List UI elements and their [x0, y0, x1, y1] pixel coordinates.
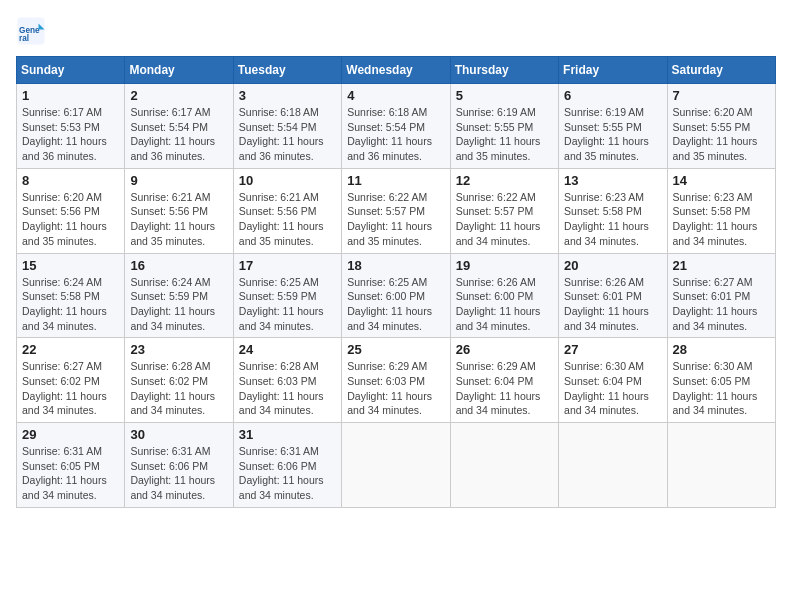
day-info: Sunrise: 6:30 AM Sunset: 6:05 PM Dayligh… [673, 359, 770, 418]
day-number: 21 [673, 258, 770, 273]
day-number: 3 [239, 88, 336, 103]
calendar-week-row: 29 Sunrise: 6:31 AM Sunset: 6:05 PM Dayl… [17, 423, 776, 508]
weekday-header-monday: Monday [125, 57, 233, 84]
svg-text:ral: ral [19, 34, 29, 43]
calendar-day-cell: 21 Sunrise: 6:27 AM Sunset: 6:01 PM Dayl… [667, 253, 775, 338]
day-info: Sunrise: 6:20 AM Sunset: 5:55 PM Dayligh… [673, 105, 770, 164]
calendar-day-cell: 17 Sunrise: 6:25 AM Sunset: 5:59 PM Dayl… [233, 253, 341, 338]
calendar-day-cell: 22 Sunrise: 6:27 AM Sunset: 6:02 PM Dayl… [17, 338, 125, 423]
weekday-header-wednesday: Wednesday [342, 57, 450, 84]
calendar-table: SundayMondayTuesdayWednesdayThursdayFrid… [16, 56, 776, 508]
day-info: Sunrise: 6:26 AM Sunset: 6:00 PM Dayligh… [456, 275, 553, 334]
calendar-day-cell: 5 Sunrise: 6:19 AM Sunset: 5:55 PM Dayli… [450, 84, 558, 169]
day-info: Sunrise: 6:18 AM Sunset: 5:54 PM Dayligh… [239, 105, 336, 164]
day-info: Sunrise: 6:20 AM Sunset: 5:56 PM Dayligh… [22, 190, 119, 249]
day-info: Sunrise: 6:18 AM Sunset: 5:54 PM Dayligh… [347, 105, 444, 164]
day-number: 15 [22, 258, 119, 273]
day-number: 25 [347, 342, 444, 357]
logo: Gene ral [16, 16, 48, 46]
day-info: Sunrise: 6:23 AM Sunset: 5:58 PM Dayligh… [673, 190, 770, 249]
calendar-day-cell: 14 Sunrise: 6:23 AM Sunset: 5:58 PM Dayl… [667, 168, 775, 253]
calendar-day-cell: 4 Sunrise: 6:18 AM Sunset: 5:54 PM Dayli… [342, 84, 450, 169]
calendar-day-cell [342, 423, 450, 508]
calendar-day-cell: 19 Sunrise: 6:26 AM Sunset: 6:00 PM Dayl… [450, 253, 558, 338]
day-number: 17 [239, 258, 336, 273]
day-number: 12 [456, 173, 553, 188]
weekday-header-tuesday: Tuesday [233, 57, 341, 84]
day-info: Sunrise: 6:31 AM Sunset: 6:05 PM Dayligh… [22, 444, 119, 503]
calendar-day-cell: 16 Sunrise: 6:24 AM Sunset: 5:59 PM Dayl… [125, 253, 233, 338]
page-header: Gene ral [16, 16, 776, 46]
day-info: Sunrise: 6:30 AM Sunset: 6:04 PM Dayligh… [564, 359, 661, 418]
day-info: Sunrise: 6:17 AM Sunset: 5:53 PM Dayligh… [22, 105, 119, 164]
calendar-day-cell: 7 Sunrise: 6:20 AM Sunset: 5:55 PM Dayli… [667, 84, 775, 169]
day-number: 26 [456, 342, 553, 357]
day-number: 29 [22, 427, 119, 442]
day-number: 7 [673, 88, 770, 103]
day-number: 27 [564, 342, 661, 357]
day-number: 23 [130, 342, 227, 357]
weekday-header-friday: Friday [559, 57, 667, 84]
calendar-day-cell: 15 Sunrise: 6:24 AM Sunset: 5:58 PM Dayl… [17, 253, 125, 338]
day-info: Sunrise: 6:29 AM Sunset: 6:03 PM Dayligh… [347, 359, 444, 418]
calendar-day-cell: 23 Sunrise: 6:28 AM Sunset: 6:02 PM Dayl… [125, 338, 233, 423]
day-info: Sunrise: 6:31 AM Sunset: 6:06 PM Dayligh… [239, 444, 336, 503]
day-info: Sunrise: 6:28 AM Sunset: 6:03 PM Dayligh… [239, 359, 336, 418]
calendar-day-cell: 27 Sunrise: 6:30 AM Sunset: 6:04 PM Dayl… [559, 338, 667, 423]
day-number: 18 [347, 258, 444, 273]
calendar-day-cell: 9 Sunrise: 6:21 AM Sunset: 5:56 PM Dayli… [125, 168, 233, 253]
weekday-header-sunday: Sunday [17, 57, 125, 84]
calendar-day-cell: 3 Sunrise: 6:18 AM Sunset: 5:54 PM Dayli… [233, 84, 341, 169]
calendar-day-cell: 26 Sunrise: 6:29 AM Sunset: 6:04 PM Dayl… [450, 338, 558, 423]
day-info: Sunrise: 6:25 AM Sunset: 6:00 PM Dayligh… [347, 275, 444, 334]
calendar-day-cell: 13 Sunrise: 6:23 AM Sunset: 5:58 PM Dayl… [559, 168, 667, 253]
day-number: 20 [564, 258, 661, 273]
weekday-header-saturday: Saturday [667, 57, 775, 84]
calendar-week-row: 8 Sunrise: 6:20 AM Sunset: 5:56 PM Dayli… [17, 168, 776, 253]
day-info: Sunrise: 6:21 AM Sunset: 5:56 PM Dayligh… [239, 190, 336, 249]
calendar-day-cell: 30 Sunrise: 6:31 AM Sunset: 6:06 PM Dayl… [125, 423, 233, 508]
calendar-day-cell: 12 Sunrise: 6:22 AM Sunset: 5:57 PM Dayl… [450, 168, 558, 253]
day-number: 24 [239, 342, 336, 357]
calendar-week-row: 1 Sunrise: 6:17 AM Sunset: 5:53 PM Dayli… [17, 84, 776, 169]
calendar-day-cell: 28 Sunrise: 6:30 AM Sunset: 6:05 PM Dayl… [667, 338, 775, 423]
day-number: 30 [130, 427, 227, 442]
calendar-day-cell: 31 Sunrise: 6:31 AM Sunset: 6:06 PM Dayl… [233, 423, 341, 508]
day-info: Sunrise: 6:27 AM Sunset: 6:01 PM Dayligh… [673, 275, 770, 334]
day-number: 14 [673, 173, 770, 188]
calendar-day-cell: 10 Sunrise: 6:21 AM Sunset: 5:56 PM Dayl… [233, 168, 341, 253]
day-number: 19 [456, 258, 553, 273]
day-number: 10 [239, 173, 336, 188]
day-info: Sunrise: 6:17 AM Sunset: 5:54 PM Dayligh… [130, 105, 227, 164]
calendar-day-cell: 8 Sunrise: 6:20 AM Sunset: 5:56 PM Dayli… [17, 168, 125, 253]
calendar-day-cell: 2 Sunrise: 6:17 AM Sunset: 5:54 PM Dayli… [125, 84, 233, 169]
day-info: Sunrise: 6:26 AM Sunset: 6:01 PM Dayligh… [564, 275, 661, 334]
day-number: 11 [347, 173, 444, 188]
day-number: 1 [22, 88, 119, 103]
calendar-day-cell: 6 Sunrise: 6:19 AM Sunset: 5:55 PM Dayli… [559, 84, 667, 169]
calendar-day-cell [559, 423, 667, 508]
day-number: 28 [673, 342, 770, 357]
day-number: 8 [22, 173, 119, 188]
weekday-header-thursday: Thursday [450, 57, 558, 84]
calendar-day-cell: 25 Sunrise: 6:29 AM Sunset: 6:03 PM Dayl… [342, 338, 450, 423]
calendar-week-row: 15 Sunrise: 6:24 AM Sunset: 5:58 PM Dayl… [17, 253, 776, 338]
day-info: Sunrise: 6:23 AM Sunset: 5:58 PM Dayligh… [564, 190, 661, 249]
day-info: Sunrise: 6:24 AM Sunset: 5:59 PM Dayligh… [130, 275, 227, 334]
calendar-day-cell: 20 Sunrise: 6:26 AM Sunset: 6:01 PM Dayl… [559, 253, 667, 338]
day-info: Sunrise: 6:24 AM Sunset: 5:58 PM Dayligh… [22, 275, 119, 334]
calendar-day-cell: 29 Sunrise: 6:31 AM Sunset: 6:05 PM Dayl… [17, 423, 125, 508]
day-info: Sunrise: 6:22 AM Sunset: 5:57 PM Dayligh… [456, 190, 553, 249]
calendar-day-cell: 24 Sunrise: 6:28 AM Sunset: 6:03 PM Dayl… [233, 338, 341, 423]
day-info: Sunrise: 6:31 AM Sunset: 6:06 PM Dayligh… [130, 444, 227, 503]
calendar-day-cell [450, 423, 558, 508]
day-number: 16 [130, 258, 227, 273]
day-info: Sunrise: 6:19 AM Sunset: 5:55 PM Dayligh… [456, 105, 553, 164]
day-number: 13 [564, 173, 661, 188]
calendar-day-cell: 11 Sunrise: 6:22 AM Sunset: 5:57 PM Dayl… [342, 168, 450, 253]
logo-icon: Gene ral [16, 16, 46, 46]
day-number: 6 [564, 88, 661, 103]
calendar-day-cell [667, 423, 775, 508]
day-info: Sunrise: 6:25 AM Sunset: 5:59 PM Dayligh… [239, 275, 336, 334]
day-number: 22 [22, 342, 119, 357]
